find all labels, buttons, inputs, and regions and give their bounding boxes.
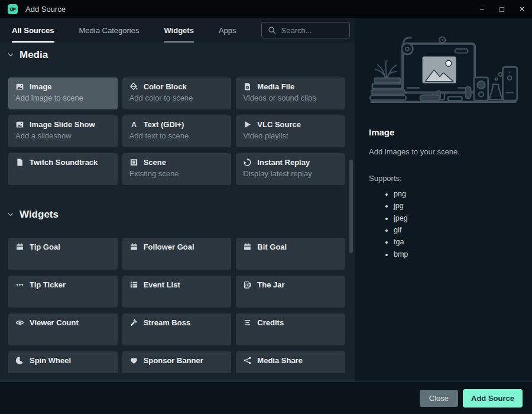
file-icon (15, 158, 24, 167)
desk-setup-illustration (369, 35, 518, 104)
source-scroll-area[interactable]: MediaImageAdd image to sceneColor BlockA… (0, 43, 355, 373)
close-window-button[interactable]: × (512, 0, 532, 18)
grid-media: ImageAdd image to sceneColor BlockAdd co… (8, 77, 345, 185)
tile-title: VLC Source (257, 120, 301, 129)
source-tile-image-slide-show[interactable]: Image Slide ShowAdd a slideshow (8, 115, 118, 147)
source-tile-sponsor-banner[interactable]: Sponsor Banner (122, 351, 232, 373)
eye-icon (15, 318, 24, 327)
preview-panel: Image Add images to your scene. Supports… (355, 18, 532, 381)
image-icon (15, 82, 24, 91)
goal-icon (243, 242, 252, 251)
source-tile-image[interactable]: ImageAdd image to scene (8, 77, 118, 109)
format-item: jpeg (394, 212, 518, 224)
tile-title: Instant Replay (257, 158, 310, 167)
source-tile-viewer-count[interactable]: Viewer Count (8, 313, 118, 345)
tile-subtitle: Add color to scene (129, 93, 225, 102)
tab-widgets[interactable]: Widgets (164, 18, 193, 43)
tile-subtitle: Video playlist (243, 131, 338, 140)
search-box[interactable] (261, 22, 350, 38)
add-source-button[interactable]: Add Source (463, 389, 523, 407)
heart-icon (129, 356, 138, 365)
tile-title: The Jar (257, 280, 284, 289)
preview-title: Image (369, 127, 518, 137)
credits-icon (243, 318, 252, 327)
tab-media-categories[interactable]: Media Categories (79, 18, 140, 43)
source-tile-vlc-source[interactable]: VLC SourceVideo playlist (236, 115, 345, 147)
tile-title: Media Share (257, 356, 303, 365)
section-header-widgets[interactable]: Widgets (0, 208, 355, 221)
maximize-button[interactable]: □ (492, 0, 512, 18)
search-icon (268, 26, 276, 34)
supports-label: Supports: (369, 174, 518, 183)
tile-title: Tip Goal (30, 242, 60, 251)
grid-widgets: Tip GoalFollower GoalBit GoalTip TickerE… (8, 238, 345, 373)
source-tile-media-file[interactable]: Media FileVideos or sound clips (236, 77, 345, 109)
format-item: bmp (394, 248, 518, 260)
title-bar: Add Source − □ × (0, 0, 532, 18)
tile-title: Image Slide Show (30, 120, 95, 129)
source-tile-media-share[interactable]: Media Share (236, 351, 345, 373)
section-header-media[interactable]: Media (0, 48, 355, 61)
section-title: Media (20, 48, 48, 61)
chevron-down-icon (7, 211, 14, 218)
supported-formats-list: pngjpgjpeggiftgabmp (369, 188, 518, 260)
tile-subtitle: Add image to scene (15, 93, 111, 102)
source-list-panel: All SourcesMedia CategoriesWidgetsApps M… (0, 18, 355, 381)
tile-title: Text (GDI+) (144, 120, 184, 129)
tile-title: Event List (144, 280, 180, 289)
scrollbar-thumb[interactable] (349, 160, 353, 253)
jar-icon (243, 280, 252, 289)
search-input[interactable] (280, 25, 343, 35)
format-item: gif (394, 224, 518, 236)
add-source-dialog: Add Source − □ × All SourcesMedia Catego… (0, 0, 532, 414)
source-tile-stream-boss[interactable]: Stream Boss (122, 313, 232, 345)
tab-bar: All SourcesMedia CategoriesWidgetsApps (0, 18, 355, 43)
source-tile-spin-wheel[interactable]: Spin Wheel (8, 351, 118, 373)
minimize-button[interactable]: − (472, 0, 492, 18)
tab-apps[interactable]: Apps (219, 18, 236, 43)
text-icon: A (129, 120, 138, 129)
tile-subtitle: Existing scene (129, 169, 225, 178)
tile-title: Color Block (144, 82, 187, 91)
source-tile-the-jar[interactable]: The Jar (236, 276, 345, 308)
source-tile-scene[interactable]: SceneExisting scene (122, 153, 232, 185)
source-tile-tip-ticker[interactable]: Tip Ticker (8, 276, 118, 308)
tile-title: Follower Goal (144, 242, 194, 251)
tile-title: Spin Wheel (30, 356, 71, 365)
window-title: Add Source (25, 5, 66, 14)
tile-title: Tip Ticker (30, 280, 66, 289)
source-tile-instant-replay[interactable]: Instant ReplayDisplay latest replay (236, 153, 345, 185)
share-icon (243, 356, 252, 365)
wheel-icon (15, 356, 24, 365)
source-tile-follower-goal[interactable]: Follower Goal (122, 238, 232, 270)
svg-text:A: A (131, 121, 137, 129)
play-icon (243, 120, 252, 129)
goal-icon (15, 242, 24, 251)
tile-subtitle: Add text to scene (129, 131, 225, 140)
source-tile-credits[interactable]: Credits (236, 313, 345, 345)
tile-subtitle: Add a slideshow (15, 131, 111, 140)
source-tile-bit-goal[interactable]: Bit Goal (236, 238, 345, 270)
tile-title: Stream Boss (144, 318, 190, 327)
format-item: png (394, 188, 518, 200)
format-item: tga (394, 236, 518, 248)
preview-description: Add images to your scene. (369, 147, 518, 156)
ticker-icon (15, 280, 24, 289)
tile-title: Viewer Count (30, 318, 79, 327)
footer-bar: Close Add Source (0, 381, 532, 414)
tab-all-sources[interactable]: All Sources (12, 18, 54, 43)
tile-title: Twitch Soundtrack (30, 158, 98, 167)
list-icon (129, 280, 138, 289)
format-item: jpg (394, 200, 518, 212)
close-button[interactable]: Close (420, 390, 458, 407)
color-block-icon (129, 82, 138, 91)
source-tile-twitch-soundtrack[interactable]: Twitch Soundtrack (8, 153, 118, 185)
tile-subtitle: Display latest replay (243, 169, 338, 178)
source-tile-event-list[interactable]: Event List (122, 276, 232, 308)
chevron-down-icon (7, 51, 14, 59)
source-tile-text-gdi[interactable]: AText (GDI+)Add text to scene (122, 115, 232, 147)
source-tile-color-block[interactable]: Color BlockAdd color to scene (122, 77, 232, 109)
window-controls: − □ × (472, 0, 532, 18)
tile-title: Media File (257, 82, 294, 91)
source-tile-tip-goal[interactable]: Tip Goal (8, 238, 118, 270)
